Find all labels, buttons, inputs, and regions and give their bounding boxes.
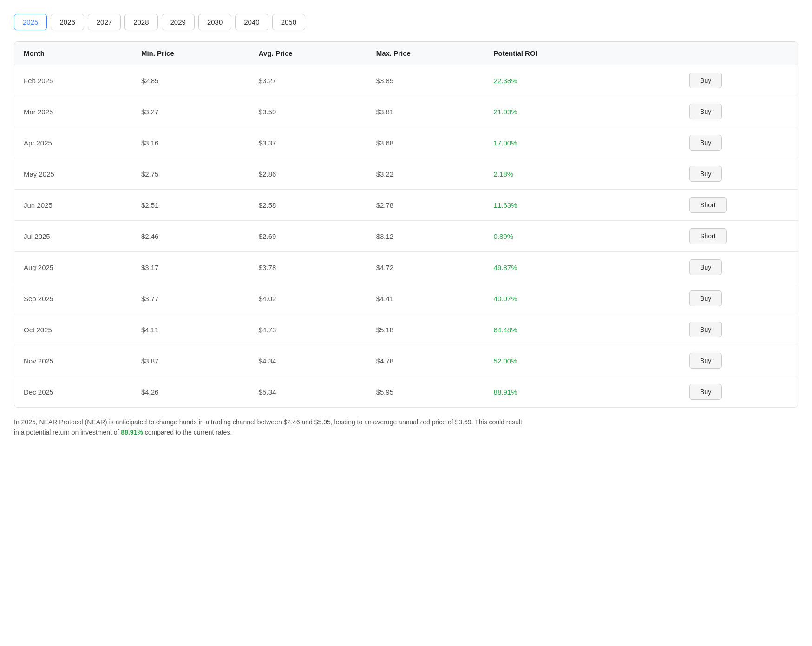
cell-roi: 0.89% (485, 221, 681, 252)
year-tab-2029[interactable]: 2029 (162, 14, 195, 30)
cell-action: Buy (680, 96, 798, 127)
year-tab-2025[interactable]: 2025 (14, 14, 47, 30)
cell-roi: 49.87% (485, 252, 681, 283)
cell-roi: 88.91% (485, 376, 681, 408)
footer-highlight: 88.91% (121, 428, 143, 436)
cell-action: Short (680, 221, 798, 252)
action-button-buy[interactable]: Buy (689, 290, 722, 306)
cell-avg-price: $3.27 (249, 65, 367, 96)
cell-avg-price: $3.37 (249, 127, 367, 158)
table-body: Feb 2025$2.85$3.27$3.8522.38%BuyMar 2025… (14, 65, 798, 408)
cell-min-price: $3.27 (132, 96, 249, 127)
cell-roi: 21.03% (485, 96, 681, 127)
cell-month: Aug 2025 (14, 252, 132, 283)
cell-roi: 22.38% (485, 65, 681, 96)
cell-max-price: $3.68 (367, 127, 485, 158)
cell-avg-price: $2.69 (249, 221, 367, 252)
cell-min-price: $2.75 (132, 158, 249, 190)
price-table: Month Min. Price Avg. Price Max. Price P… (14, 42, 798, 407)
cell-month: Apr 2025 (14, 127, 132, 158)
cell-month: Sep 2025 (14, 283, 132, 314)
col-header-roi: Potential ROI (485, 42, 681, 65)
cell-avg-price: $3.78 (249, 252, 367, 283)
cell-month: Oct 2025 (14, 314, 132, 345)
cell-min-price: $3.16 (132, 127, 249, 158)
cell-avg-price: $5.34 (249, 376, 367, 408)
cell-min-price: $3.17 (132, 252, 249, 283)
cell-month: Jul 2025 (14, 221, 132, 252)
footer-note: In 2025, NEAR Protocol (NEAR) is anticip… (14, 417, 525, 438)
cell-month: Jun 2025 (14, 190, 132, 221)
cell-min-price: $2.85 (132, 65, 249, 96)
cell-avg-price: $2.58 (249, 190, 367, 221)
year-tab-2028[interactable]: 2028 (124, 14, 157, 30)
action-button-short[interactable]: Short (689, 228, 726, 244)
cell-roi: 11.63% (485, 190, 681, 221)
cell-min-price: $2.51 (132, 190, 249, 221)
cell-max-price: $3.12 (367, 221, 485, 252)
cell-action: Short (680, 190, 798, 221)
action-button-buy[interactable]: Buy (689, 353, 722, 369)
cell-avg-price: $2.86 (249, 158, 367, 190)
action-button-buy[interactable]: Buy (689, 166, 722, 182)
cell-avg-price: $3.59 (249, 96, 367, 127)
price-table-container: Month Min. Price Avg. Price Max. Price P… (14, 41, 798, 408)
cell-max-price: $3.81 (367, 96, 485, 127)
action-button-buy[interactable]: Buy (689, 73, 722, 88)
cell-max-price: $5.95 (367, 376, 485, 408)
action-button-buy[interactable]: Buy (689, 135, 722, 151)
cell-min-price: $3.77 (132, 283, 249, 314)
action-button-buy[interactable]: Buy (689, 259, 722, 275)
table-header-row: Month Min. Price Avg. Price Max. Price P… (14, 42, 798, 65)
cell-action: Buy (680, 65, 798, 96)
cell-max-price: $3.85 (367, 65, 485, 96)
cell-roi: 52.00% (485, 345, 681, 376)
cell-action: Buy (680, 376, 798, 408)
cell-month: May 2025 (14, 158, 132, 190)
year-tab-2050[interactable]: 2050 (272, 14, 305, 30)
cell-roi: 17.00% (485, 127, 681, 158)
cell-max-price: $4.41 (367, 283, 485, 314)
table-row: Nov 2025$3.87$4.34$4.7852.00%Buy (14, 345, 798, 376)
table-row: May 2025$2.75$2.86$3.222.18%Buy (14, 158, 798, 190)
cell-max-price: $3.22 (367, 158, 485, 190)
cell-month: Feb 2025 (14, 65, 132, 96)
footer-suffix: compared to the current rates. (143, 428, 232, 436)
year-tab-2040[interactable]: 2040 (235, 14, 268, 30)
cell-action: Buy (680, 283, 798, 314)
cell-max-price: $4.78 (367, 345, 485, 376)
col-header-min-price: Min. Price (132, 42, 249, 65)
cell-roi: 2.18% (485, 158, 681, 190)
footer-prefix: In 2025, NEAR Protocol (NEAR) is anticip… (14, 418, 522, 436)
year-tab-2030[interactable]: 2030 (198, 14, 231, 30)
table-row: Oct 2025$4.11$4.73$5.1864.48%Buy (14, 314, 798, 345)
year-tab-2027[interactable]: 2027 (88, 14, 121, 30)
table-row: Apr 2025$3.16$3.37$3.6817.00%Buy (14, 127, 798, 158)
cell-roi: 64.48% (485, 314, 681, 345)
action-button-short[interactable]: Short (689, 197, 726, 213)
cell-action: Buy (680, 158, 798, 190)
cell-avg-price: $4.02 (249, 283, 367, 314)
action-button-buy[interactable]: Buy (689, 384, 722, 400)
action-button-buy[interactable]: Buy (689, 104, 722, 119)
col-header-avg-price: Avg. Price (249, 42, 367, 65)
cell-roi: 40.07% (485, 283, 681, 314)
col-header-action (680, 42, 798, 65)
cell-min-price: $2.46 (132, 221, 249, 252)
table-row: Sep 2025$3.77$4.02$4.4140.07%Buy (14, 283, 798, 314)
cell-max-price: $5.18 (367, 314, 485, 345)
cell-month: Nov 2025 (14, 345, 132, 376)
cell-max-price: $2.78 (367, 190, 485, 221)
table-row: Jun 2025$2.51$2.58$2.7811.63%Short (14, 190, 798, 221)
col-header-month: Month (14, 42, 132, 65)
cell-min-price: $4.26 (132, 376, 249, 408)
table-row: Jul 2025$2.46$2.69$3.120.89%Short (14, 221, 798, 252)
cell-action: Buy (680, 314, 798, 345)
cell-month: Dec 2025 (14, 376, 132, 408)
table-row: Aug 2025$3.17$3.78$4.7249.87%Buy (14, 252, 798, 283)
cell-avg-price: $4.73 (249, 314, 367, 345)
cell-avg-price: $4.34 (249, 345, 367, 376)
col-header-max-price: Max. Price (367, 42, 485, 65)
year-tab-2026[interactable]: 2026 (51, 14, 84, 30)
action-button-buy[interactable]: Buy (689, 322, 722, 337)
